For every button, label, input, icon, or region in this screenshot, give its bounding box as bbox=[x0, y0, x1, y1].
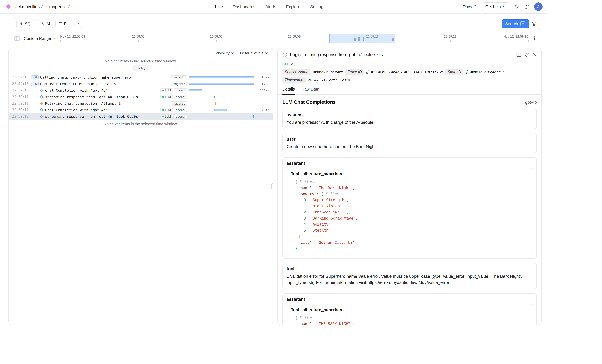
org-name: jackmpcollins bbox=[14, 4, 40, 9]
get-help-label: Get help bbox=[485, 4, 501, 9]
json-line: ▾{ 3 items bbox=[291, 179, 528, 185]
chevron-down-icon[interactable]: ▾ bbox=[291, 179, 295, 184]
sql-button[interactable]: SQL bbox=[16, 20, 36, 28]
service-name-value: unknown_service bbox=[313, 70, 343, 74]
json-line: 1: "Night Vision", bbox=[291, 203, 528, 209]
span-bar-zone bbox=[189, 82, 254, 86]
service-name-label: Service Name bbox=[282, 69, 311, 75]
nav-tabs: LiveDashboardsAlertsExploreSettings bbox=[215, 0, 325, 13]
docs-label: Docs bbox=[463, 4, 472, 9]
log-list-panel: Visibility Default levels No older items… bbox=[9, 48, 273, 325]
query-input[interactable] bbox=[84, 18, 500, 30]
tab-dashboards[interactable]: Dashboards bbox=[233, 0, 256, 13]
fields-button[interactable]: Fields bbox=[55, 20, 82, 28]
log-row[interactable]: 22:59:11Retrying Chat Completion. Attemp… bbox=[9, 100, 273, 107]
fields-label: Fields bbox=[64, 21, 75, 26]
log-row[interactable]: 22:59:10−6Calling chatprompt-function ma… bbox=[9, 74, 273, 81]
collapse-toggle[interactable]: −6 bbox=[31, 75, 39, 79]
span-id-label: Span ID bbox=[445, 69, 463, 75]
log-row-main: streaming response from 'gpt-4o' took 0.… bbox=[31, 114, 189, 119]
log-duration: 1.9s bbox=[254, 82, 269, 86]
time-range-label: Custom Range bbox=[24, 36, 51, 41]
json-token-punc: , bbox=[331, 222, 333, 226]
time-range-dropdown[interactable]: Custom Range bbox=[24, 36, 56, 41]
spark-icon bbox=[20, 22, 23, 26]
log-duration: 1.9s bbox=[254, 75, 269, 79]
search-button[interactable]: Search ↵ bbox=[502, 19, 529, 28]
chevron-down-icon[interactable]: ▾ bbox=[294, 192, 298, 197]
log-row[interactable]: 22:59:12streaming response from 'gpt-4o'… bbox=[9, 113, 273, 120]
log-message: Chat Completion with 'gpt-4o' bbox=[45, 88, 108, 93]
section-title: LLM Chat Completions bbox=[282, 99, 336, 105]
span-bar bbox=[189, 76, 254, 78]
span-id-value[interactable]: #fd81e8f78c4ecc9f bbox=[471, 70, 504, 74]
chevron-down-icon bbox=[53, 38, 56, 40]
chevron-down-icon[interactable]: ▾ bbox=[291, 316, 295, 320]
json-token-punc: , bbox=[331, 228, 333, 232]
timeline-row: Custom Range Nov 12, 22:59:0322:59:0522:… bbox=[14, 33, 537, 44]
panel-resize-handle[interactable]: ⋮ bbox=[271, 183, 273, 189]
json-token-punc: : bbox=[306, 204, 311, 208]
log-row[interactable]: 22:59:11streaming response from 'gpt-4o'… bbox=[9, 94, 273, 100]
log-badges: LLMopenai bbox=[160, 88, 189, 93]
badge-openai: openai bbox=[174, 88, 187, 93]
zoom-in-icon bbox=[532, 36, 537, 41]
visibility-dropdown[interactable]: Visibility bbox=[215, 51, 234, 55]
badge-label: LLM bbox=[165, 95, 171, 98]
collapse-toggle[interactable]: −5 bbox=[31, 82, 39, 86]
external-link-icon bbox=[473, 5, 477, 9]
nav-left: jackmpcollins / magentic bbox=[5, 0, 70, 13]
timeline-selection[interactable] bbox=[329, 34, 395, 43]
json-token-idx: 5 bbox=[304, 228, 306, 232]
trace-id-value[interactable]: #9146a6974e4e6140538043607a71c75e bbox=[371, 70, 443, 74]
log-timestamp: 22:59:11 bbox=[12, 95, 30, 99]
filter-button[interactable] bbox=[532, 22, 536, 26]
copy-link-button[interactable] bbox=[525, 52, 529, 57]
org-switcher[interactable]: jackmpcollins bbox=[14, 4, 43, 9]
main-panels: Visibility Default levels No older items… bbox=[0, 44, 547, 325]
tab-details[interactable]: Details bbox=[282, 87, 295, 95]
open-in-table-button[interactable] bbox=[516, 52, 521, 57]
theme-toggle-button[interactable] bbox=[514, 4, 519, 9]
default-levels-dropdown[interactable]: Default levels bbox=[240, 51, 268, 55]
minus-icon: − bbox=[33, 76, 34, 79]
json-token-idx: 1 bbox=[304, 204, 306, 208]
project-switcher[interactable]: magentic bbox=[49, 4, 71, 9]
zoom-button[interactable] bbox=[532, 36, 537, 41]
message-card-assistant: assistantTool call: return_superhero▾{ 3… bbox=[282, 157, 537, 259]
tab-settings[interactable]: Settings bbox=[310, 0, 325, 13]
green-dot-icon bbox=[162, 116, 164, 117]
json-line: ▾{ 3 items bbox=[291, 315, 528, 321]
timeline-tick-label: Nov 12, 22:59:16 bbox=[503, 35, 528, 38]
ai-button[interactable]: AI bbox=[38, 20, 53, 28]
get-help-button[interactable]: Get help bbox=[482, 2, 509, 11]
collapse-panel-button[interactable] bbox=[14, 36, 20, 41]
message-card-user: userCreate a new superhero named The Bar… bbox=[282, 133, 537, 154]
log-row[interactable]: 22:59:11Chat Completion with 'gpt-4o'LLM… bbox=[9, 107, 273, 113]
badge-label: openai bbox=[176, 95, 185, 98]
avatar[interactable]: J bbox=[534, 2, 543, 11]
ai-label: AI bbox=[46, 21, 50, 26]
share-link-button[interactable] bbox=[524, 4, 529, 9]
tab-raw-data[interactable]: Raw Data bbox=[301, 87, 319, 95]
chevron-down-icon bbox=[503, 6, 506, 8]
json-token-str: "Enhanced Smell" bbox=[311, 210, 347, 214]
tab-live[interactable]: Live bbox=[215, 0, 223, 13]
chevron-down-icon bbox=[76, 23, 79, 25]
tab-alerts[interactable]: Alerts bbox=[265, 0, 276, 13]
json-token-punc: { bbox=[295, 179, 300, 184]
sql-label: SQL bbox=[25, 21, 33, 26]
log-row[interactable]: 22:59:10−5LLM-assisted retries enabled. … bbox=[9, 81, 273, 87]
timeline-track[interactable]: Nov 12, 22:59:0322:59:0522:59:0722:59:09… bbox=[60, 34, 528, 43]
json-line: } bbox=[291, 246, 528, 252]
log-timestamp: 22:59:10 bbox=[12, 88, 30, 92]
link-icon[interactable] bbox=[366, 70, 370, 74]
link-icon[interactable] bbox=[465, 70, 469, 74]
log-badges: magentic bbox=[171, 75, 189, 79]
tab-explore[interactable]: Explore bbox=[286, 0, 300, 13]
close-button[interactable] bbox=[533, 52, 537, 57]
log-row[interactable]: 22:59:10Chat Completion with 'gpt-4o'LLM… bbox=[9, 87, 273, 94]
badge-label: LLM bbox=[165, 115, 171, 118]
docs-link[interactable]: Docs bbox=[463, 4, 477, 9]
badge-label: openai bbox=[176, 115, 185, 118]
